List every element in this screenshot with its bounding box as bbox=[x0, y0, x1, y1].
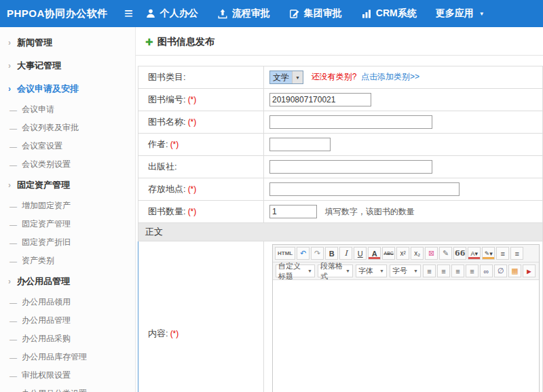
body-section-header: 正文 bbox=[138, 223, 543, 241]
required-marker: (*) bbox=[188, 184, 197, 194]
undo-button[interactable]: ↶ bbox=[297, 247, 310, 260]
content-label: 内容: bbox=[148, 328, 168, 338]
sidebar-item-label: 办公用品管理 bbox=[22, 315, 71, 326]
form-section-body: 正文 bbox=[138, 223, 543, 241]
book-no-input[interactable] bbox=[269, 93, 371, 106]
page-title: 图书信息发布 bbox=[157, 36, 214, 48]
italic-button[interactable]: I bbox=[339, 247, 352, 260]
blockquote-button[interactable]: 66 bbox=[453, 247, 466, 260]
sidebar-item-label: 办公用品管理 bbox=[17, 275, 70, 288]
form-row-book-name: 图书名称:(*) bbox=[138, 111, 543, 134]
bold-button[interactable]: B bbox=[325, 247, 338, 260]
quantity-input[interactable] bbox=[269, 205, 317, 218]
rich-text-editor: HTML↶↷BIUAABCx²x₂⊠✎66A▾✎▾≡≡ 自定义标题▼段落格式▼字… bbox=[272, 244, 540, 392]
form-row-location: 存放地点:(*) bbox=[138, 178, 543, 201]
sidebar-item[interactable]: —办公用品采购 bbox=[0, 330, 135, 348]
required-marker: (*) bbox=[170, 140, 179, 149]
sidebar-item-label: 固定资产管理 bbox=[22, 218, 71, 230]
sidebar-item-label: 办公用品采购 bbox=[22, 333, 71, 345]
dash-icon: — bbox=[10, 257, 17, 265]
main-content: ✚ 图书信息发布 图书类目: 文学 ▼ 还没有类别? 点击添加类别>> bbox=[136, 27, 543, 392]
location-input[interactable] bbox=[269, 182, 460, 196]
sidebar-item[interactable]: —固定资产折旧 bbox=[0, 233, 135, 252]
editor-content[interactable] bbox=[273, 280, 539, 392]
publisher-input[interactable] bbox=[269, 160, 432, 174]
select-label: 字体 bbox=[358, 266, 373, 276]
author-input[interactable] bbox=[269, 138, 331, 151]
align-center-button[interactable]: ≡ bbox=[437, 264, 450, 277]
topbar-nav-item[interactable]: 个人办公 bbox=[145, 7, 198, 20]
chevron-right-icon: › bbox=[8, 61, 11, 71]
redo-button[interactable]: ↷ bbox=[311, 247, 324, 260]
user-icon bbox=[145, 8, 156, 19]
sidebar-item[interactable]: —审批权限设置 bbox=[0, 366, 135, 385]
sidebar-item[interactable]: —固定资产管理 bbox=[0, 215, 135, 233]
no-category-text: 还没有类别? bbox=[312, 72, 357, 81]
unordered-list-button[interactable]: ≡ bbox=[510, 247, 523, 260]
align-right-button[interactable]: ≡ bbox=[451, 264, 464, 277]
image-button[interactable]: ▦ bbox=[508, 264, 521, 277]
sidebar-item[interactable]: —会议室设置 bbox=[0, 137, 135, 155]
sidebar-item[interactable]: —会议类别设置 bbox=[0, 155, 135, 174]
custom-title-select[interactable]: 自定义标题▼ bbox=[276, 264, 315, 277]
highlight-button[interactable]: ✎▾ bbox=[482, 247, 495, 260]
sidebar-item[interactable]: —增加固定资产 bbox=[0, 197, 135, 215]
paragraph-format-select[interactable]: 段落格式▼ bbox=[318, 264, 353, 277]
caret-down-icon: ▼ bbox=[292, 71, 303, 83]
topbar-nav-item[interactable]: 更多应用▼ bbox=[436, 7, 485, 20]
align-justify-button[interactable]: ≡ bbox=[466, 264, 479, 277]
unlink-button[interactable]: ∅ bbox=[494, 264, 507, 277]
nav-label: 更多应用 bbox=[436, 7, 474, 20]
eraser-button[interactable]: ⊠ bbox=[425, 247, 438, 260]
ordered-list-button[interactable]: ≡ bbox=[496, 247, 509, 260]
sidebar-item[interactable]: ›大事记管理 bbox=[0, 54, 135, 77]
topbar-nav-item[interactable]: 集团审批 bbox=[289, 7, 342, 20]
crm-chart-icon bbox=[361, 8, 372, 19]
format-brush-button[interactable]: ✎ bbox=[439, 247, 452, 260]
sidebar-item[interactable]: —办公用品管理 bbox=[0, 311, 135, 330]
nav-label: 个人办公 bbox=[160, 7, 198, 20]
form-row-category: 图书类目: 文学 ▼ 还没有类别? 点击添加类别>> bbox=[138, 66, 543, 89]
font-family-select[interactable]: 字体▼ bbox=[356, 264, 387, 277]
subscript-button[interactable]: x₂ bbox=[411, 247, 424, 260]
strikethrough-button[interactable]: ABC bbox=[382, 247, 395, 260]
process-approval-icon bbox=[217, 8, 228, 19]
nav-label: 流程审批 bbox=[232, 7, 270, 20]
source-html-button[interactable]: HTML bbox=[275, 247, 295, 260]
text-color-button[interactable]: A▾ bbox=[468, 247, 481, 260]
superscript-button[interactable]: x² bbox=[396, 247, 409, 260]
sidebar-item[interactable]: —办公用品库存管理 bbox=[0, 348, 135, 366]
align-left-button[interactable]: ≡ bbox=[423, 264, 436, 277]
location-label: 存放地点: bbox=[148, 184, 186, 194]
sidebar-item[interactable]: —办公用品领用 bbox=[0, 293, 135, 311]
sidebar-item[interactable]: ›固定资产管理 bbox=[0, 174, 135, 197]
publisher-label: 出版社: bbox=[148, 161, 177, 172]
link-button[interactable]: ∞ bbox=[480, 264, 493, 277]
category-select[interactable]: 文学 ▼ bbox=[269, 71, 303, 84]
font-size-select[interactable]: 字号▼ bbox=[390, 264, 421, 277]
category-select-value: 文学 bbox=[270, 71, 292, 83]
dash-icon: — bbox=[10, 335, 17, 343]
dash-icon: — bbox=[10, 390, 17, 392]
sidebar-item[interactable]: —资产类别 bbox=[0, 252, 135, 270]
nav-label: CRM系统 bbox=[376, 7, 417, 20]
dash-icon: — bbox=[10, 124, 17, 132]
sidebar-item[interactable]: —会议申请 bbox=[0, 100, 135, 119]
book-name-input[interactable] bbox=[269, 115, 432, 129]
sidebar-item[interactable]: ›办公用品管理 bbox=[0, 270, 135, 293]
topbar-nav-item[interactable]: 流程审批 bbox=[217, 7, 270, 20]
sidebar-item[interactable]: —办公用品分类设置 bbox=[0, 385, 135, 392]
quantity-hint: 填写数字，该图书的数量 bbox=[325, 207, 415, 216]
sidebar-item-label: 会议室设置 bbox=[22, 140, 62, 152]
add-category-link[interactable]: 点击添加类别>> bbox=[361, 72, 419, 81]
underline-button[interactable]: U bbox=[354, 247, 367, 260]
font-color-button[interactable]: A bbox=[368, 247, 381, 260]
sidebar-item[interactable]: ›会议申请及安排 bbox=[0, 77, 135, 100]
topbar-nav-item[interactable]: CRM系统 bbox=[361, 7, 417, 20]
chevron-right-icon: › bbox=[8, 84, 11, 94]
menu-icon[interactable]: ≡ bbox=[124, 6, 133, 21]
media-button[interactable]: ► bbox=[523, 264, 536, 277]
sidebar-item[interactable]: ›新闻管理 bbox=[0, 31, 135, 54]
sidebar-item[interactable]: —会议列表及审批 bbox=[0, 119, 135, 137]
dash-icon: — bbox=[10, 142, 17, 151]
